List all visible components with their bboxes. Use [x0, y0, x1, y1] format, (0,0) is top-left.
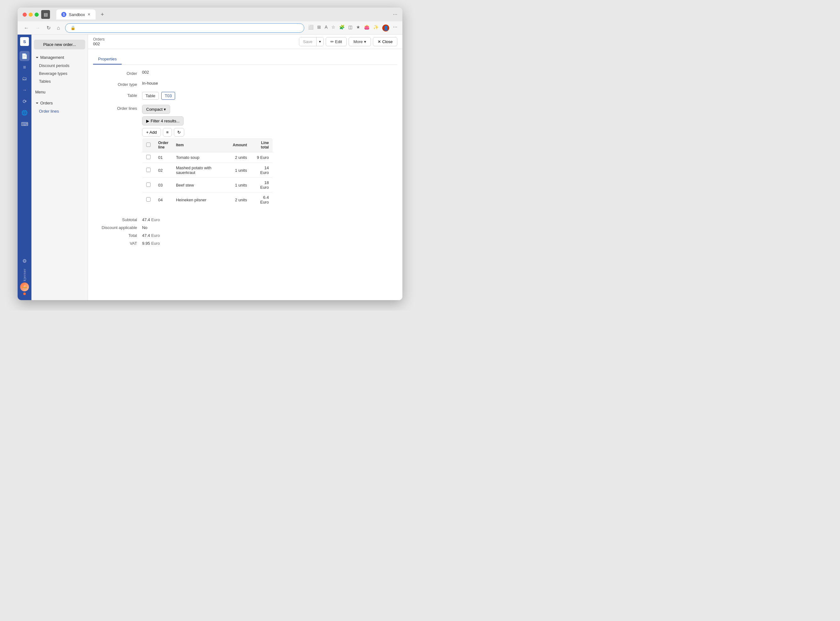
- copilot-icon[interactable]: ✨: [373, 24, 379, 32]
- tab-label: Sandbox: [69, 12, 85, 17]
- screen-cast-icon[interactable]: ⬜: [308, 24, 313, 32]
- reload-button[interactable]: ↻: [45, 24, 52, 32]
- header-checkbox[interactable]: [146, 142, 151, 147]
- table-row[interactable]: 02 Mashed potato with sauerkraut 1 units…: [142, 163, 273, 178]
- table-row[interactable]: 04 Heineken pilsner 2 units 6.4 Euro: [142, 192, 273, 208]
- save-button[interactable]: Save: [299, 38, 316, 46]
- orders-section: Orders Order lines: [32, 97, 88, 117]
- breadcrumb: Orders 002: [93, 37, 296, 46]
- rail-bottom: ⚙ kjerner 🥧: [20, 256, 30, 298]
- tab-close-icon[interactable]: ✕: [88, 12, 91, 17]
- row-checkbox-2[interactable]: [146, 182, 151, 187]
- place-new-order-button[interactable]: Place new order...: [34, 39, 85, 49]
- maximize-window-button[interactable]: [35, 12, 39, 17]
- row-item-3: Heineken pilsner: [172, 192, 229, 208]
- management-group[interactable]: Management: [32, 53, 88, 62]
- back-button[interactable]: ←: [23, 24, 30, 32]
- columns-button[interactable]: ≡: [163, 128, 172, 136]
- col-header-line-total: Line total: [251, 138, 273, 152]
- orders-label: Orders: [40, 101, 53, 105]
- sidebar-item-discount-periods[interactable]: Discount periods: [32, 62, 88, 70]
- brand-name: kjerner: [23, 268, 26, 281]
- col-header-checkbox[interactable]: [142, 138, 155, 152]
- app-logo: S: [20, 37, 29, 46]
- new-tab-button[interactable]: +: [98, 10, 107, 19]
- tab-favicon: S: [61, 12, 66, 17]
- sidebar-toggle-icon[interactable]: ▤: [41, 10, 50, 19]
- more-button[interactable]: More ▾: [349, 37, 371, 46]
- grid-icon[interactable]: ⊞: [317, 24, 321, 32]
- menu-section: Menu: [32, 86, 88, 97]
- discount-label: Discount applicable: [93, 225, 137, 230]
- row-item-0: Tomato soup: [172, 152, 229, 163]
- rail-folder-icon[interactable]: 🗂: [20, 74, 30, 84]
- vat-value: 9.95 Euro: [142, 241, 160, 246]
- menu-label: Menu: [35, 90, 45, 94]
- row-total-2: 18 Euro: [251, 178, 273, 192]
- orders-group[interactable]: Orders: [32, 99, 88, 107]
- profile-icon[interactable]: 👤: [382, 24, 389, 32]
- add-button[interactable]: + Add: [142, 128, 161, 136]
- browser-menu-icon[interactable]: ⋯: [393, 12, 397, 17]
- wallet-icon[interactable]: 👛: [364, 24, 369, 32]
- forward-button[interactable]: →: [34, 24, 41, 32]
- table-toolbar: + Add ≡ ↻: [142, 128, 273, 136]
- rail-sync-icon[interactable]: ⟳: [20, 96, 30, 106]
- more-browser-icon[interactable]: ⋯: [393, 24, 397, 32]
- close-button[interactable]: ✕ Close: [373, 37, 397, 46]
- refresh-button[interactable]: ↻: [174, 128, 184, 136]
- order-label: Order: [93, 70, 137, 76]
- rail-logout-icon[interactable]: →: [20, 85, 30, 95]
- row-checkbox-0[interactable]: [146, 155, 151, 159]
- management-label: Management: [40, 55, 64, 60]
- row-item-1: Mashed potato with sauerkraut: [172, 163, 229, 178]
- rail-list-icon[interactable]: ≡: [20, 62, 30, 72]
- active-tab[interactable]: S Sandbox ✕: [56, 9, 95, 20]
- sidebar-item-order-lines[interactable]: Order lines: [32, 107, 88, 115]
- order-type-value: In-house: [142, 81, 397, 86]
- row-total-0: 9 Euro: [251, 152, 273, 163]
- order-lines-section: Compact ▾ ▶ Filter 4 results...: [142, 105, 273, 208]
- save-split-button[interactable]: Save ▾: [299, 37, 324, 46]
- rail-document-icon[interactable]: 📄: [20, 51, 30, 61]
- row-total-3: 6.4 Euro: [251, 192, 273, 208]
- left-rail: S 📄 ≡ 🗂 → ⟳ 🌐 ⌨ ⚙ kjerner 🥧: [18, 35, 32, 300]
- save-dropdown-button[interactable]: ▾: [316, 38, 323, 46]
- bookmark-icon[interactable]: ☆: [331, 24, 335, 32]
- main-content: Orders 002 Save ▾ ✏ Edit More ▾: [88, 35, 402, 300]
- table-row[interactable]: 01 Tomato soup 2 units 9 Euro: [142, 152, 273, 163]
- minimize-window-button[interactable]: [29, 12, 33, 17]
- sidebar-item-beverage-types[interactable]: Beverage types: [32, 70, 88, 77]
- vat-row: VAT 9.95 Euro: [93, 241, 397, 246]
- rail-keyboard-icon[interactable]: ⌨: [20, 119, 30, 129]
- row-amount-2: 1 units: [229, 178, 251, 192]
- menu-group[interactable]: Menu: [32, 88, 88, 96]
- subtotal-value: 47.4 Euro: [142, 217, 160, 222]
- extension-icon[interactable]: 🧩: [339, 24, 344, 32]
- row-checkbox-3[interactable]: [146, 197, 151, 201]
- row-checkbox-1[interactable]: [146, 168, 151, 172]
- filter-button[interactable]: ▶ Filter 4 results...: [142, 117, 184, 126]
- row-id-3: 04: [154, 192, 172, 208]
- font-icon[interactable]: A: [325, 24, 328, 32]
- address-bar[interactable]: 🔒: [65, 23, 304, 33]
- sidebar-item-tables[interactable]: Tables: [32, 77, 88, 85]
- split-view-icon[interactable]: ◫: [348, 24, 352, 32]
- tab-properties[interactable]: Properties: [93, 54, 122, 65]
- table-label: Table: [93, 92, 137, 98]
- order-lines-label: Order lines: [93, 105, 137, 111]
- table-row[interactable]: 03 Beef stew 1 units 18 Euro: [142, 178, 273, 192]
- filter-chevron-icon: ▶: [146, 119, 149, 123]
- compact-view-button[interactable]: Compact ▾: [142, 105, 170, 114]
- edit-button[interactable]: ✏ Edit: [326, 37, 347, 46]
- close-window-button[interactable]: [23, 12, 27, 17]
- row-item-2: Beef stew: [172, 178, 229, 192]
- edit-icon: ✏: [331, 39, 334, 44]
- rail-settings-icon[interactable]: ⚙: [20, 256, 30, 266]
- favorites-icon[interactable]: ★: [356, 24, 360, 32]
- compact-chevron-icon: ▾: [164, 107, 166, 112]
- brand-indicator: [23, 292, 26, 295]
- rail-globe-icon[interactable]: 🌐: [20, 108, 30, 118]
- home-button[interactable]: ⌂: [56, 24, 61, 32]
- col-header-amount: Amount: [229, 138, 251, 152]
